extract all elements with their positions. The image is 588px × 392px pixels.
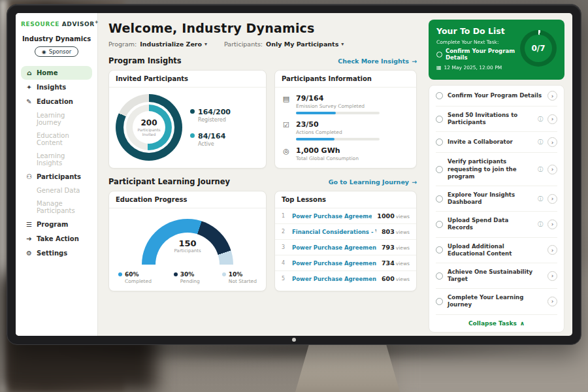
gauge-center-value: 150 <box>142 238 233 248</box>
lesson-title-link[interactable]: Power Purchase Agreements 101 <box>292 244 376 251</box>
go-to-learning-journey-link[interactable]: Go to Learning Journey → <box>329 178 417 186</box>
nav-item[interactable]: Education <box>21 95 92 108</box>
donut-center-label: Participants Invited <box>136 127 162 137</box>
lesson-views-suffix: views <box>396 229 410 235</box>
todo-next-task[interactable]: Confirm Your Program Details <box>436 48 521 61</box>
chevron-right-icon[interactable]: › <box>547 194 557 204</box>
logo-text-primary: RESOURCE <box>21 21 59 27</box>
nav-item-label: General Data <box>37 187 80 194</box>
invited-participants-card: Invited Participants 200 Participants In… <box>108 70 267 169</box>
chevron-right-icon[interactable]: › <box>547 220 557 229</box>
lesson-title-link[interactable]: Power Purchase Agreements 101 <box>292 213 372 220</box>
nav-item[interactable]: Take Action <box>21 232 92 246</box>
lesson-row: 4 Power Purchase Agreements 102 734views <box>275 255 416 271</box>
page-title: Welcome, Industry Dynamics <box>108 21 417 35</box>
lesson-views-suffix: views <box>396 261 410 267</box>
stat-label: Emission Survey Completed <box>296 103 380 109</box>
actions-icon <box>282 121 291 140</box>
todo-panel: Your To Do List Complete Your Next Task:… <box>426 13 572 336</box>
home-icon <box>25 69 33 76</box>
stat-value: 23/50 <box>296 120 380 129</box>
nav-item-label: Manage Participants <box>37 200 88 214</box>
nav-item[interactable]: Learning Insights <box>21 150 92 169</box>
arrow-right-icon: → <box>412 57 417 65</box>
task-row[interactable]: Upload Spend Data Records ⓘ › <box>436 212 557 237</box>
task-row[interactable]: Invite a Collaborator ⓘ › <box>436 132 557 153</box>
task-row[interactable]: Complete Your Learning Journey ⓘ › <box>436 289 557 314</box>
invited-donut-inner-ring: 200 Participants Invited <box>126 105 172 150</box>
lesson-title-link[interactable]: Financial Considerations - VPPAs <box>292 229 376 235</box>
lesson-rank: 1 <box>282 213 287 219</box>
chevron-up-icon: ∧ <box>520 320 525 327</box>
legend-dot <box>190 109 195 114</box>
task-row[interactable]: Explore Your Insights Dashboard ⓘ › <box>436 186 557 212</box>
donut-legend: 164/200 Registered 84/164 Active <box>190 108 231 147</box>
nav-item[interactable]: Participants <box>21 170 92 184</box>
nav-item[interactable]: Insights <box>21 80 92 94</box>
lesson-views-suffix: views <box>396 276 410 282</box>
collapse-label: Collapse Tasks <box>468 320 517 327</box>
legend-percent: 10% <box>229 271 243 278</box>
nav-item[interactable]: Program <box>21 218 92 231</box>
dashboard-screen: RESOURCE ADVISOR+ Industry Dynamics ◉ Sp… <box>16 13 572 336</box>
monitor-frame: RESOURCE ADVISOR+ Industry Dynamics ◉ Sp… <box>7 4 581 345</box>
task-checkbox-icon[interactable] <box>436 166 443 173</box>
legend-label: Not Started <box>222 278 257 284</box>
task-row[interactable]: Upload Additional Educational Content ⓘ … <box>436 238 557 263</box>
task-label: Invite a Collaborator <box>448 139 533 146</box>
task-checkbox-icon[interactable] <box>436 221 443 228</box>
task-row[interactable]: Achieve One Sustainability Target ⓘ › <box>436 263 557 289</box>
task-row[interactable]: Send 50 Invitations to Participants ⓘ › <box>436 106 557 132</box>
gauge-center-label: Participants <box>142 248 233 253</box>
legend-item: 84/164 Active <box>190 132 231 147</box>
task-checkbox-icon[interactable] <box>436 116 443 123</box>
nav-item[interactable]: Learning Journey <box>21 109 92 129</box>
lesson-title-link[interactable]: Power Purchase Agreements 103 <box>292 276 376 282</box>
task-checkbox-icon[interactable] <box>436 195 443 203</box>
task-row[interactable]: Verify participants requesting to join t… <box>436 153 557 186</box>
stat-row: 23/50 Actions Completed <box>282 120 410 140</box>
nav-item[interactable]: Education Content <box>21 129 92 149</box>
card-title: Invited Participants <box>109 71 266 88</box>
checkbox-circle-icon[interactable] <box>436 52 442 57</box>
section-title: Program Insights <box>108 56 182 65</box>
stat-row: 79/164 Emission Survey Completed <box>282 94 410 114</box>
task-row[interactable]: Confirm Your Program Details ⓘ › <box>436 86 557 106</box>
collapse-tasks-link[interactable]: Collapse Tasks ∧ <box>436 315 557 332</box>
progress-bar-fill <box>296 138 335 140</box>
sponsor-badge[interactable]: ◉ Sponsor <box>35 46 79 57</box>
nav-item-label: Take Action <box>37 235 79 242</box>
lesson-rank: 2 <box>282 229 287 235</box>
check-more-insights-link[interactable]: Check More Insights → <box>338 57 417 65</box>
sponsor-icon: ◉ <box>42 49 46 55</box>
task-checkbox-icon[interactable] <box>436 246 443 253</box>
filter-value: Only My Participants <box>266 41 338 48</box>
task-checkbox-icon[interactable] <box>436 92 443 99</box>
nav-item[interactable]: Settings <box>21 246 92 260</box>
filter-value: Industrialize Zero <box>140 41 202 48</box>
calendar-icon: ▦ <box>436 65 442 71</box>
chevron-right-icon[interactable]: › <box>547 137 557 147</box>
task-checkbox-icon[interactable] <box>436 298 443 305</box>
monitor-stand <box>295 341 400 392</box>
filter-dropdown[interactable]: Participants: Only My Participants ▾ <box>224 41 344 48</box>
chevron-right-icon[interactable]: › <box>547 114 557 124</box>
chevron-right-icon[interactable]: › <box>547 165 557 174</box>
chevron-right-icon[interactable]: › <box>547 91 557 101</box>
task-checkbox-icon[interactable] <box>436 272 443 280</box>
link-label: Check More Insights <box>338 57 409 65</box>
chevron-right-icon[interactable]: › <box>547 245 557 255</box>
filter-dropdown[interactable]: Program: Industrialize Zero ▾ <box>108 41 207 48</box>
nav-item[interactable]: General Data <box>21 184 92 197</box>
nav-item[interactable]: Home <box>21 66 92 80</box>
chevron-right-icon[interactable]: › <box>547 297 557 306</box>
energy-icon <box>282 147 291 161</box>
lesson-title-link[interactable]: Power Purchase Agreements 102 <box>292 260 376 267</box>
info-icon: ⓘ <box>538 116 543 123</box>
nav-item[interactable]: Manage Participants <box>21 197 92 217</box>
arrow-right-icon: → <box>412 178 417 186</box>
chevron-right-icon[interactable]: › <box>547 271 557 281</box>
task-checkbox-icon[interactable] <box>436 139 443 146</box>
legend-value: 84/164 <box>198 132 225 140</box>
link-label: Go to Learning Journey <box>329 178 409 186</box>
